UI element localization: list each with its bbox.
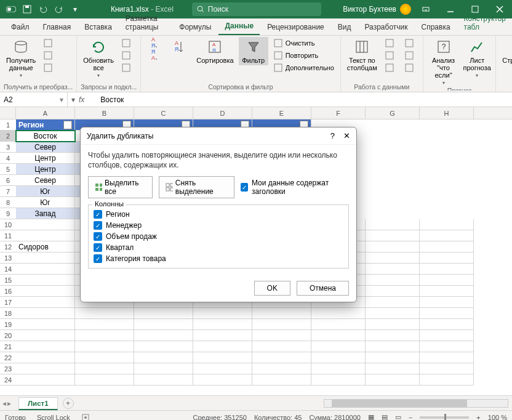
column-header[interactable]: B: [75, 107, 134, 119]
cell[interactable]: [311, 330, 366, 341]
row-header[interactable]: 5: [0, 164, 16, 175]
sort-small[interactable]: ЯА: [145, 49, 159, 62]
row-header[interactable]: 19: [0, 319, 16, 330]
row-header[interactable]: 9: [0, 208, 16, 219]
undo-icon[interactable]: [36, 2, 50, 17]
ribbon-small-btn[interactable]: Очистить: [271, 37, 337, 49]
row-header[interactable]: 1: [0, 119, 16, 131]
table-cell[interactable]: Север: [16, 142, 75, 153]
fx-icon[interactable]: fx: [79, 95, 84, 104]
row-header[interactable]: 3: [0, 142, 16, 153]
cell[interactable]: [420, 363, 474, 374]
tab-рецензирование[interactable]: Рецензирование: [261, 19, 330, 35]
formula-bar[interactable]: ▾ fx Восток: [68, 95, 512, 104]
row-header[interactable]: 2: [0, 131, 16, 142]
tab-конструктор табл[interactable]: Конструктор табл: [458, 10, 512, 35]
cell[interactable]: [134, 330, 193, 341]
table-cell[interactable]: Юг: [16, 186, 75, 197]
cell[interactable]: [252, 308, 311, 319]
cell[interactable]: [420, 264, 474, 275]
zoom-out-icon[interactable]: −: [409, 414, 412, 421]
cell[interactable]: [366, 308, 420, 319]
cell[interactable]: [311, 341, 366, 352]
cell[interactable]: [75, 374, 134, 386]
cell[interactable]: [366, 363, 420, 374]
ribbon-small-btn[interactable]: [119, 37, 136, 49]
search-box[interactable]: Поиск: [192, 2, 321, 16]
row-header[interactable]: 8: [0, 197, 16, 208]
ribbon-small-btn[interactable]: [41, 49, 58, 62]
ribbon-small-btn[interactable]: [382, 49, 399, 62]
cell[interactable]: [366, 241, 420, 252]
tab-главная[interactable]: Главная: [37, 19, 78, 35]
cell[interactable]: [16, 297, 75, 308]
column-header[interactable]: D: [193, 107, 252, 119]
tab-вид[interactable]: Вид: [332, 19, 358, 35]
cell[interactable]: [193, 341, 252, 352]
cell[interactable]: [75, 352, 134, 363]
ribbon-options-icon[interactable]: [414, 0, 438, 18]
cell[interactable]: [16, 352, 75, 363]
cell[interactable]: [75, 341, 134, 352]
tab-справка[interactable]: Справка: [415, 19, 457, 35]
cell[interactable]: [311, 363, 366, 374]
row-header[interactable]: 15: [0, 275, 16, 286]
cell[interactable]: [420, 330, 474, 341]
cell[interactable]: [134, 363, 193, 374]
row-header[interactable]: 20: [0, 330, 16, 341]
row-header[interactable]: 7: [0, 186, 16, 197]
qat-more-icon[interactable]: ▾: [68, 2, 82, 17]
cell[interactable]: [16, 319, 75, 330]
ribbon-btn[interactable]: Листпрогноза▾: [462, 37, 492, 79]
column-header[interactable]: E: [252, 107, 311, 119]
column-header[interactable]: G: [366, 107, 420, 119]
table-cell[interactable]: Север: [16, 175, 75, 186]
zoom-slider[interactable]: [420, 416, 469, 419]
cell[interactable]: [193, 308, 252, 319]
table-cell[interactable]: Центр: [16, 153, 75, 164]
cell[interactable]: [252, 319, 311, 330]
select-all-corner[interactable]: [0, 107, 16, 119]
cell[interactable]: [75, 330, 134, 341]
add-sheet-button[interactable]: +: [63, 398, 74, 409]
tab-файл[interactable]: Файл: [5, 19, 36, 35]
ribbon-small-btn[interactable]: [41, 62, 58, 74]
cell[interactable]: [311, 352, 366, 363]
row-header[interactable]: 22: [0, 352, 16, 363]
has-headers-checkbox[interactable]: ✓ Мои данные содержат заголовки: [241, 179, 349, 196]
column-checkbox-row[interactable]: ✓Регион: [94, 209, 343, 220]
cell[interactable]: [16, 252, 75, 264]
ribbon-small-btn[interactable]: Дополнительно: [271, 62, 337, 74]
save-icon[interactable]: [20, 2, 34, 17]
cell[interactable]: [420, 241, 474, 252]
cell[interactable]: [366, 341, 420, 352]
cell[interactable]: [16, 374, 75, 386]
cell[interactable]: Сидоров: [16, 241, 75, 252]
cell[interactable]: [366, 352, 420, 363]
cell[interactable]: [420, 374, 474, 386]
cell[interactable]: [16, 341, 75, 352]
cell[interactable]: [134, 308, 193, 319]
ribbon-small-btn[interactable]: Повторить: [271, 49, 337, 62]
cell[interactable]: [420, 252, 474, 264]
cell[interactable]: [252, 330, 311, 341]
name-box[interactable]: A2▾: [0, 92, 68, 107]
row-header[interactable]: 13: [0, 252, 16, 264]
cell[interactable]: [252, 363, 311, 374]
cell[interactable]: [16, 330, 75, 341]
column-checkbox-row[interactable]: ✓Объем продаж: [94, 231, 343, 242]
ribbon-btn[interactable]: АЯСортировка: [194, 37, 236, 65]
tab-разметка страницы[interactable]: Разметка страницы: [119, 10, 172, 35]
tab-вставка[interactable]: Вставка: [78, 19, 118, 35]
table-cell[interactable]: Запад: [16, 208, 75, 219]
table-header-cell[interactable]: Регион▾: [16, 119, 75, 131]
cell[interactable]: [193, 319, 252, 330]
column-header[interactable]: C: [134, 107, 193, 119]
cell[interactable]: [420, 341, 474, 352]
tab-разработчик[interactable]: Разработчик: [359, 19, 414, 35]
cell[interactable]: [311, 374, 366, 386]
unselect-all-button[interactable]: Снять выделение: [159, 176, 234, 198]
cell[interactable]: [366, 219, 420, 230]
cell[interactable]: [193, 374, 252, 386]
cancel-button[interactable]: Отмена: [297, 281, 349, 296]
